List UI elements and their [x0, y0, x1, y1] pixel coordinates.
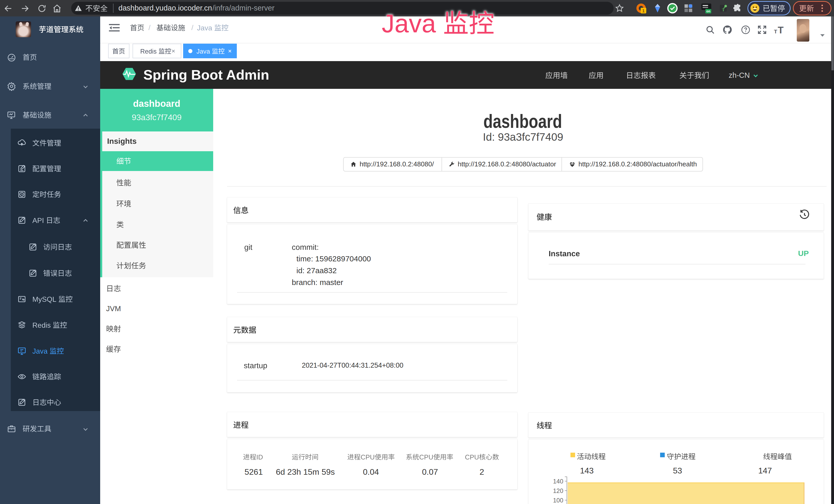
- svg-text:on: on: [706, 9, 710, 13]
- svg-text:1: 1: [642, 8, 645, 13]
- svg-text:T: T: [778, 25, 784, 35]
- svg-text:T: T: [774, 28, 777, 35]
